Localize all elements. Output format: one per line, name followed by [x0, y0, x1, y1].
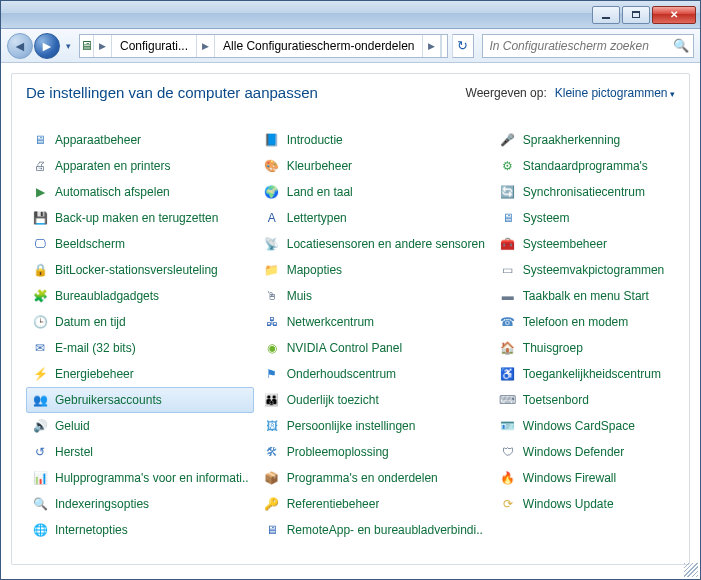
- cp-item[interactable]: 🖥Systeem: [494, 205, 675, 231]
- history-dropdown[interactable]: ▾: [61, 33, 75, 59]
- titlebar[interactable]: [1, 1, 700, 29]
- item-icon: 🕒: [31, 313, 49, 331]
- cp-item[interactable]: 🕒Datum en tijd: [26, 309, 254, 335]
- cp-item[interactable]: 📊Hulpprogramma's voor en informati..: [26, 465, 254, 491]
- item-label: Telefoon en modem: [523, 315, 628, 329]
- item-icon: 🔥: [499, 469, 517, 487]
- cp-item[interactable]: ☎Telefoon en modem: [494, 309, 675, 335]
- back-button[interactable]: ◄: [7, 33, 33, 59]
- cp-item[interactable]: ALettertypen: [258, 205, 490, 231]
- cp-item[interactable]: 🔥Windows Firewall: [494, 465, 675, 491]
- item-icon: ⚡: [31, 365, 49, 383]
- control-panel-icon[interactable]: 🖥: [80, 35, 94, 57]
- page-title: De instellingen van de computer aanpasse…: [26, 84, 318, 101]
- item-label: Windows Defender: [523, 445, 624, 459]
- view-by-select[interactable]: Kleine pictogrammen: [555, 86, 675, 100]
- cp-item[interactable]: 🧩Bureaubladgadgets: [26, 283, 254, 309]
- cp-item[interactable]: ⌨Toetsenbord: [494, 387, 675, 413]
- resize-grip[interactable]: [684, 563, 698, 577]
- cp-item[interactable]: ⚡Energiebeheer: [26, 361, 254, 387]
- cp-item[interactable]: ▭Systeemvakpictogrammen: [494, 257, 675, 283]
- cp-item[interactable]: ↺Herstel: [26, 439, 254, 465]
- cp-item[interactable]: 💾Back-up maken en terugzetten: [26, 205, 254, 231]
- item-label: Herstel: [55, 445, 93, 459]
- cp-item[interactable]: 🖵Beeldscherm: [26, 231, 254, 257]
- item-icon: 🖼: [263, 417, 281, 435]
- cp-item[interactable]: 🖧Netwerkcentrum: [258, 309, 490, 335]
- cp-item[interactable]: 📡Locatiesensoren en andere sensoren: [258, 231, 490, 257]
- cp-item[interactable]: ▬Taakbalk en menu Start: [494, 283, 675, 309]
- item-icon: 🎨: [263, 157, 281, 175]
- item-label: Persoonlijke instellingen: [287, 419, 416, 433]
- view-by: Weergeven op: Kleine pictogrammen: [466, 86, 675, 100]
- cp-item[interactable]: ✉E-mail (32 bits): [26, 335, 254, 361]
- item-label: Muis: [287, 289, 312, 303]
- cp-item[interactable]: 🔊Geluid: [26, 413, 254, 439]
- cp-item[interactable]: 🔍Indexeringsopties: [26, 491, 254, 517]
- cp-item[interactable]: 🏠Thuisgroep: [494, 335, 675, 361]
- breadcrumb-seg-2[interactable]: Alle Configuratiescherm-onderdelen: [215, 35, 423, 57]
- item-label: Toetsenbord: [523, 393, 589, 407]
- item-label: Probleemoplossing: [287, 445, 389, 459]
- cp-item[interactable]: 🎤Spraakherkenning: [494, 127, 675, 153]
- minimize-button[interactable]: [592, 6, 620, 24]
- cp-item[interactable]: 📘Introductie: [258, 127, 490, 153]
- item-label: Datum en tijd: [55, 315, 126, 329]
- search-icon[interactable]: 🔍: [673, 38, 689, 53]
- cp-item[interactable]: ◉NVIDIA Control Panel: [258, 335, 490, 361]
- item-label: Locatiesensoren en andere sensoren: [287, 237, 485, 251]
- search-box[interactable]: 🔍: [482, 34, 694, 58]
- item-label: Standaardprogramma's: [523, 159, 648, 173]
- cp-item[interactable]: 🖥Apparaatbeheer: [26, 127, 254, 153]
- breadcrumb-seg-1[interactable]: Configurati...: [112, 35, 197, 57]
- cp-item[interactable]: 🛡Windows Defender: [494, 439, 675, 465]
- item-label: Referentiebeheer: [287, 497, 380, 511]
- item-icon: 📁: [263, 261, 281, 279]
- cp-item[interactable]: 🌍Land en taal: [258, 179, 490, 205]
- cp-item[interactable]: 🖨Apparaten en printers: [26, 153, 254, 179]
- cp-item[interactable]: 🪪Windows CardSpace: [494, 413, 675, 439]
- cp-item[interactable]: 🖼Persoonlijke instellingen: [258, 413, 490, 439]
- forward-button[interactable]: ►: [34, 33, 60, 59]
- cp-item[interactable]: 🌐Internetopties: [26, 517, 254, 543]
- maximize-button[interactable]: [622, 6, 650, 24]
- item-label: Geluid: [55, 419, 90, 433]
- close-button[interactable]: [652, 6, 696, 24]
- cp-item[interactable]: 🔑Referentiebeheer: [258, 491, 490, 517]
- cp-item[interactable]: 🖱Muis: [258, 283, 490, 309]
- cp-item[interactable]: ♿Toegankelijkheidscentrum: [494, 361, 675, 387]
- cp-item[interactable]: ⟳Windows Update: [494, 491, 675, 517]
- cp-item[interactable]: 🛠Probleemoplossing: [258, 439, 490, 465]
- cp-item[interactable]: 🖥RemoteApp- en bureaubladverbindi..: [258, 517, 490, 543]
- cp-item[interactable]: ⚙Standaardprogramma's: [494, 153, 675, 179]
- cp-item[interactable]: 📦Programma's en onderdelen: [258, 465, 490, 491]
- cp-item[interactable]: 👥Gebruikersaccounts: [26, 387, 254, 413]
- chevron-down-icon[interactable]: ▾: [441, 35, 447, 57]
- item-icon: 🖥: [31, 131, 49, 149]
- cp-item[interactable]: 🧰Systeembeheer: [494, 231, 675, 257]
- chevron-right-icon[interactable]: ▶: [423, 35, 441, 57]
- item-icon: ▬: [499, 287, 517, 305]
- item-label: Apparaatbeheer: [55, 133, 141, 147]
- item-icon: 🌍: [263, 183, 281, 201]
- item-icon: 👪: [263, 391, 281, 409]
- chevron-right-icon[interactable]: ▶: [94, 35, 112, 57]
- item-icon: ☎: [499, 313, 517, 331]
- navbar: ◄ ► ▾ 🖥 ▶ Configurati... ▶ Alle Configur…: [1, 29, 700, 63]
- chevron-right-icon[interactable]: ▶: [197, 35, 215, 57]
- search-input[interactable]: [487, 38, 673, 54]
- item-icon: 🖥: [263, 521, 281, 539]
- cp-item[interactable]: 🔒BitLocker-stationsversleuteling: [26, 257, 254, 283]
- cp-item[interactable]: 📁Mapopties: [258, 257, 490, 283]
- cp-item[interactable]: 🔄Synchronisatiecentrum: [494, 179, 675, 205]
- item-icon: 🔑: [263, 495, 281, 513]
- cp-item[interactable]: ▶Automatisch afspelen: [26, 179, 254, 205]
- refresh-button[interactable]: ↻: [452, 34, 475, 58]
- cp-item[interactable]: ⚑Onderhoudscentrum: [258, 361, 490, 387]
- cp-item[interactable]: 👪Ouderlijk toezicht: [258, 387, 490, 413]
- item-icon: ⌨: [499, 391, 517, 409]
- item-label: BitLocker-stationsversleuteling: [55, 263, 218, 277]
- cp-item[interactable]: 🎨Kleurbeheer: [258, 153, 490, 179]
- item-label: Energiebeheer: [55, 367, 134, 381]
- breadcrumb[interactable]: 🖥 ▶ Configurati... ▶ Alle Configuratiesc…: [79, 34, 448, 58]
